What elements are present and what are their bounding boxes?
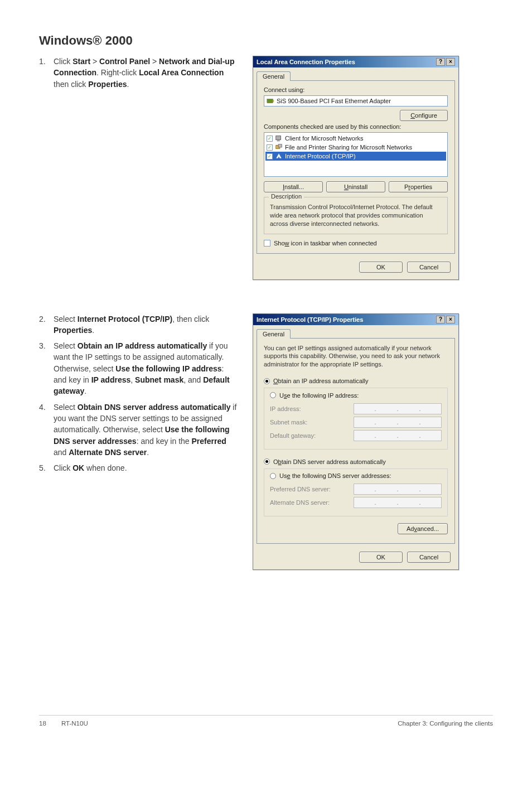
close-button[interactable]: ×	[446, 58, 455, 66]
t: Select	[54, 341, 78, 350]
radio-label: Obtain an IP address automatically	[273, 378, 368, 384]
radio-label: Use the following IP address:	[279, 392, 359, 399]
step-number: 3.	[39, 340, 54, 397]
checkbox-icon[interactable]: ✓	[267, 136, 273, 142]
dialog-title: Local Area Connection Properties	[257, 59, 355, 65]
install-button[interactable]: Install...	[264, 181, 323, 192]
step-text: Select Obtain an IP address automaticall…	[54, 340, 237, 397]
field-label: Alternate DNS server:	[270, 499, 354, 506]
preferred-dns-field: ...	[354, 484, 442, 495]
configure-button[interactable]: CConfigureonfigure	[400, 110, 448, 121]
t: Select	[54, 403, 78, 412]
preferred-dns-row: Preferred DNS server: ...	[270, 484, 442, 495]
tab-general[interactable]: General	[257, 329, 291, 339]
svg-rect-1	[273, 100, 274, 102]
t: , and	[183, 375, 203, 384]
list-item[interactable]: ✓ File and Printer Sharing for Microsoft…	[265, 143, 446, 152]
subnet-row: Subnet mask: ...	[270, 417, 442, 428]
components-label: Components checked are used by this conn…	[264, 123, 448, 130]
cancel-button[interactable]: Cancel	[407, 262, 451, 273]
page-heading: Windows® 2000	[39, 33, 493, 48]
step-text: Click Start > Control Panel > Network an…	[54, 56, 237, 90]
radio-icon[interactable]	[270, 473, 276, 479]
cancel-button[interactable]: Cancel	[407, 552, 451, 563]
lan-properties-dialog: Local Area Connection Properties ? × Gen…	[253, 56, 459, 280]
tcpip-properties-dialog: Internet Protocol (TCP/IP) Properties ? …	[253, 313, 459, 571]
intro-text: You can get IP settings assigned automat…	[264, 344, 448, 369]
sharing-icon	[275, 143, 283, 151]
checkbox-icon[interactable]: ✓	[267, 144, 273, 151]
ok-button[interactable]: OK	[359, 262, 403, 273]
t: Obtain DNS server address automatically	[78, 403, 231, 412]
help-button[interactable]: ?	[436, 58, 445, 66]
svg-rect-5	[278, 144, 282, 147]
radio-icon[interactable]	[264, 458, 270, 465]
t: when done.	[84, 463, 127, 472]
t: Properties	[54, 326, 92, 335]
tab-general[interactable]: General	[257, 71, 291, 81]
radio-obtain-dns[interactable]: Obtain DNS server address automatically	[264, 458, 448, 465]
page-footer: 18 RT-N10U Chapter 3: Configuring the cl…	[39, 715, 493, 727]
static-dns-group: Use the following DNS server addresses: …	[264, 468, 448, 517]
checkbox-icon[interactable]: ✓	[267, 153, 273, 160]
help-button[interactable]: ?	[436, 316, 445, 323]
field-label: Default gateway:	[270, 432, 354, 439]
radio-obtain-ip[interactable]: Obtain an IP address automatically	[264, 378, 448, 384]
titlebar: Internet Protocol (TCP/IP) Properties ? …	[253, 314, 458, 325]
advanced-button[interactable]: Advanced...	[398, 523, 448, 534]
field-label: Subnet mask:	[270, 419, 354, 426]
t: Preferred	[192, 437, 226, 446]
t: IP address	[91, 375, 131, 384]
ip-address-field: ...	[354, 403, 442, 414]
t: : and key in the	[137, 437, 192, 446]
close-button[interactable]: ×	[446, 316, 455, 323]
titlebar: Local Area Connection Properties ? ×	[253, 56, 458, 67]
radio-icon[interactable]	[270, 392, 276, 398]
t: Obtain an IP address automatically	[78, 341, 207, 350]
step-text: Select Internet Protocol (TCP/IP), then …	[54, 313, 237, 336]
t: Use the following IP address	[115, 364, 221, 373]
t: .	[92, 326, 94, 335]
steps-col-1: 1. Click Start > Control Panel > Network…	[39, 56, 237, 280]
step-number: 2.	[39, 313, 54, 336]
description-group: Description Transmission Control Protoco…	[264, 197, 448, 234]
t: Alternate DNS server	[69, 448, 147, 457]
protocol-icon	[275, 152, 283, 160]
adapter-field: SiS 900-Based PCI Fast Ethernet Adapter	[264, 95, 448, 107]
gateway-row: Default gateway: ...	[270, 430, 442, 441]
t: .	[84, 386, 86, 395]
subnet-mask-field: ...	[354, 417, 442, 428]
ok-button[interactable]: OK	[359, 552, 403, 563]
t: Subnet mask	[135, 375, 183, 384]
list-item-selected[interactable]: ✓ Internet Protocol (TCP/IP)	[265, 152, 446, 161]
field-label: Preferred DNS server:	[270, 486, 354, 492]
description-legend: Description	[269, 193, 304, 200]
chapter-title: Chapter 3: Configuring the clients	[398, 720, 493, 727]
list-item[interactable]: ✓ Client for Microsoft Networks	[265, 134, 446, 143]
t: Start	[72, 57, 90, 66]
list-item-label: Internet Protocol (TCP/IP)	[285, 153, 356, 160]
t: Local Area Connection	[139, 68, 224, 77]
model-name: RT-N10U	[61, 720, 398, 727]
radio-use-ip[interactable]: Use the following IP address:	[270, 392, 361, 399]
radio-use-dns[interactable]: Use the following DNS server addresses:	[270, 472, 394, 479]
uninstall-button[interactable]: Uninstall	[326, 181, 385, 192]
page-number: 18	[39, 720, 61, 727]
steps-col-2: 2. Select Internet Protocol (TCP/IP), th…	[39, 313, 237, 571]
t: then click	[54, 80, 88, 89]
radio-label: Use the following DNS server addresses:	[279, 472, 391, 479]
t: . Right-click	[96, 68, 139, 77]
properties-button[interactable]: Properties	[389, 181, 448, 192]
step-number: 4.	[39, 402, 54, 458]
adapter-name: SiS 900-Based PCI Fast Ethernet Adapter	[277, 98, 391, 104]
t: Select	[54, 315, 78, 323]
alternate-dns-row: Alternate DNS server: ...	[270, 497, 442, 508]
radio-icon[interactable]	[264, 378, 270, 384]
components-list[interactable]: ✓ Client for Microsoft Networks ✓ File a…	[264, 132, 448, 177]
t: .	[147, 448, 149, 457]
t: Internet Protocol (TCP/IP)	[78, 315, 172, 323]
show-icon-checkbox[interactable]: Show icon in taskbar when connected	[264, 240, 448, 247]
t: and	[54, 448, 69, 457]
checkbox-icon[interactable]	[264, 240, 270, 247]
t: Click	[54, 57, 72, 66]
